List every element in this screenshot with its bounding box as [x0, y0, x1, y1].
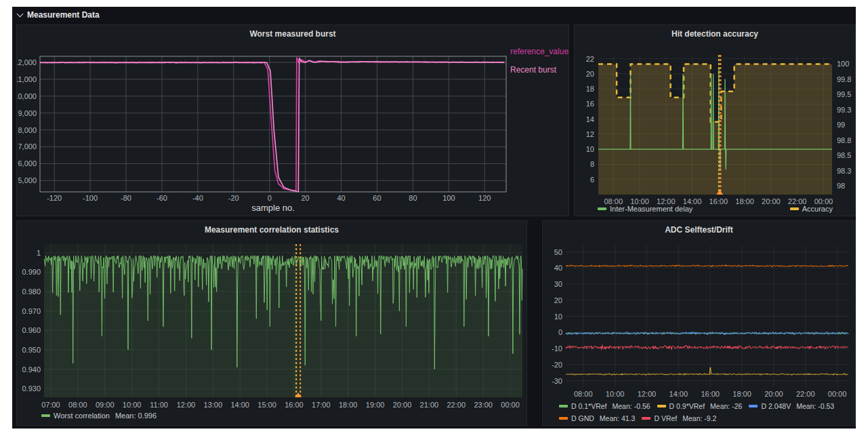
svg-text:18:00: 18:00: [339, 401, 358, 409]
svg-text:18:00: 18:00: [732, 390, 751, 398]
legend-item[interactable]: D 0.9*VRefMean: -26: [657, 400, 743, 412]
dashboard: Measurement Data Worst measured burst 5,…: [12, 7, 856, 429]
svg-text:98.3: 98.3: [837, 167, 851, 175]
svg-text:100: 100: [837, 60, 849, 68]
svg-text:-120: -120: [47, 194, 62, 202]
correlation-fill: [44, 256, 522, 397]
svg-text:12:00: 12:00: [177, 401, 196, 409]
svg-text:0.980: 0.980: [22, 287, 41, 296]
svg-text:20: 20: [586, 70, 594, 78]
legend-item[interactable]: Worst correlationMean: 0.996: [41, 412, 157, 420]
legend-series-mean: Mean: -26: [710, 400, 742, 412]
legend-swatch: [598, 207, 606, 210]
svg-text:7,000: 7,000: [18, 142, 37, 151]
panel-measurement-correlation: Measurement correlation statistics 0.930…: [16, 220, 527, 426]
svg-text:99: 99: [837, 121, 845, 129]
worst-measured-burst-chart[interactable]: 5,0006,0007,0008,0009,00010,00011,00012,…: [17, 25, 569, 216]
row-header-measurement-data[interactable]: Measurement Data: [12, 7, 856, 23]
svg-text:9,000: 9,000: [18, 109, 37, 117]
legend-item[interactable]: D VRefMean: -9.2: [642, 412, 716, 424]
svg-text:08:00: 08:00: [68, 401, 87, 409]
svg-text:-30: -30: [552, 377, 562, 385]
panel-title-measurement-correlation[interactable]: Measurement correlation statistics: [17, 221, 526, 236]
svg-text:08:00: 08:00: [574, 390, 593, 398]
svg-text:0.950: 0.950: [22, 346, 41, 354]
legend-swatch: [749, 405, 758, 407]
svg-text:0.990: 0.990: [22, 268, 41, 276]
panel-title-hit-detection-accuracy[interactable]: Hit detection accuracy: [575, 25, 855, 40]
svg-text:120: 120: [478, 194, 491, 202]
legend-item[interactable]: D 0.1*VRefMean: -0.56: [559, 400, 650, 412]
svg-text:0: 0: [558, 328, 562, 336]
measurement-correlation-legend: Worst correlationMean: 0.996: [41, 412, 163, 420]
svg-text:50: 50: [554, 248, 562, 256]
svg-text:10,000: 10,000: [17, 92, 37, 100]
svg-text:20:00: 20:00: [764, 390, 783, 398]
svg-text:99.5: 99.5: [837, 90, 851, 98]
legend-series-mean: Mean: -0.56: [613, 400, 650, 412]
svg-text:8: 8: [590, 160, 594, 168]
legend-item[interactable]: D GNDMean: 41.3: [559, 412, 635, 424]
svg-text:00:00: 00:00: [828, 390, 847, 398]
legend-item[interactable]: D 2.048VMean: -0.53: [749, 400, 834, 412]
svg-text:6: 6: [590, 176, 594, 184]
svg-text:-100: -100: [83, 194, 98, 202]
panel-title-worst-measured-burst[interactable]: Worst measured burst: [17, 25, 569, 40]
svg-text:20: 20: [554, 296, 562, 304]
legend-item[interactable]: Inter-Measurement delay: [598, 205, 693, 213]
svg-text:98: 98: [837, 182, 845, 190]
svg-text:-40: -40: [192, 194, 203, 202]
legend-item[interactable]: Recent burst: [510, 65, 569, 75]
svg-text:-10: -10: [552, 344, 562, 353]
legend-swatch: [642, 417, 650, 420]
legend-series-mean: Mean: -9.2: [682, 412, 716, 424]
svg-text:18: 18: [586, 85, 594, 93]
svg-text:14:00: 14:00: [669, 390, 688, 398]
legend-swatch: [790, 207, 799, 210]
legend-item[interactable]: reference_value: [510, 47, 569, 56]
svg-text:-20: -20: [552, 361, 562, 369]
legend-series-name: Worst correlation: [54, 412, 110, 420]
svg-text:14: 14: [586, 115, 594, 123]
series-reference_value: [40, 58, 504, 191]
legend-series-mean: Mean: 0.996: [115, 412, 157, 420]
hit-detection-accuracy-chart[interactable]: 68101214161820229898.398.598.89999.399.5…: [575, 25, 856, 216]
svg-text:10: 10: [586, 145, 594, 153]
svg-text:23:00: 23:00: [474, 401, 493, 409]
measurement-correlation-chart[interactable]: 0.9300.9400.9500.9600.9700.9800.990107:0…: [17, 221, 527, 426]
svg-text:19:00: 19:00: [366, 401, 385, 409]
svg-text:1: 1: [37, 249, 41, 257]
svg-text:98.5: 98.5: [837, 151, 851, 159]
svg-text:22:00: 22:00: [796, 390, 815, 398]
svg-text:00:00: 00:00: [501, 401, 520, 409]
svg-text:10:00: 10:00: [123, 401, 142, 409]
svg-text:98.8: 98.8: [837, 136, 851, 144]
panel-title-adc-selftest-drift[interactable]: ADC Selftest/Drift: [543, 221, 855, 236]
legend-series-name: D 0.9*VRef: [669, 400, 705, 412]
svg-text:30: 30: [554, 280, 562, 288]
svg-text:20:00: 20:00: [393, 401, 412, 409]
svg-text:16:00: 16:00: [701, 390, 720, 398]
svg-text:0.970: 0.970: [22, 307, 41, 315]
svg-text:5,000: 5,000: [18, 176, 37, 184]
svg-text:0.930: 0.930: [22, 384, 41, 393]
accuracy-fill: [598, 64, 832, 195]
legend-swatch: [657, 405, 666, 407]
svg-text:20: 20: [302, 194, 310, 202]
legend-series-name: Inter-Measurement delay: [610, 205, 693, 213]
svg-text:16: 16: [586, 100, 594, 108]
legend-swatch: [41, 414, 50, 417]
adc-selftest-drift-chart[interactable]: -30-20-100102030405008:0010:0012:0014:00…: [543, 221, 856, 426]
svg-text:40: 40: [554, 264, 562, 272]
svg-text:09:00: 09:00: [96, 401, 115, 409]
legend-item[interactable]: Accuracy: [790, 205, 833, 213]
svg-text:sample no.: sample no.: [251, 203, 295, 213]
hit-detection-accuracy-legend: Inter-Measurement delayAccuracy: [598, 205, 833, 213]
svg-text:16:00: 16:00: [285, 401, 304, 409]
svg-text:12,000: 12,000: [17, 58, 37, 66]
svg-text:-80: -80: [121, 194, 131, 202]
panel-worst-measured-burst: Worst measured burst 5,0006,0007,0008,00…: [16, 24, 569, 216]
chevron-down-icon: [17, 10, 24, 17]
legend-swatch: [559, 405, 568, 407]
legend-series-name: D GND: [571, 412, 594, 424]
